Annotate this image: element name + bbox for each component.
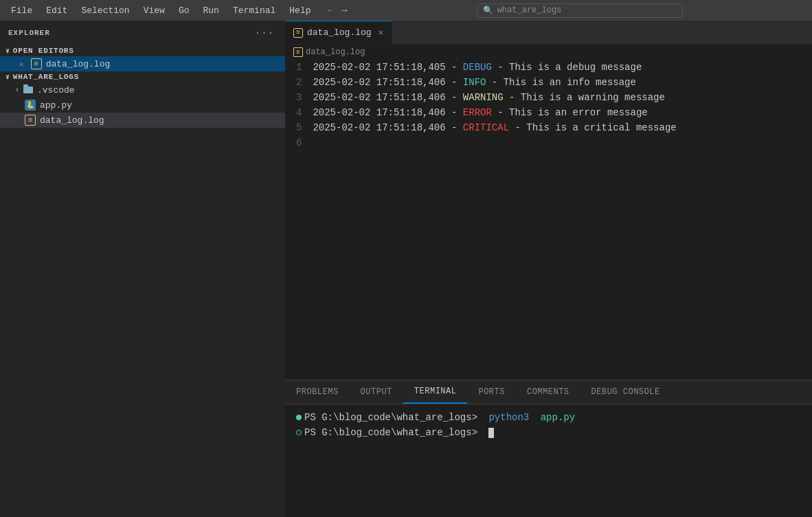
- breadcrumb: ≡ data_log.log: [285, 45, 812, 60]
- what-are-logs-chevron: ∨: [5, 73, 10, 81]
- log-file-icon-sidebar: ≡: [25, 115, 36, 126]
- sidebar-item-data-log[interactable]: ≡ data_log.log: [0, 113, 285, 128]
- tab-bar: ≡ data_log.log ✕: [285, 21, 812, 45]
- code-editor[interactable]: 1 2 3 4 5 6 2025-02-02 17:51:18,405 - DE…: [285, 60, 812, 380]
- menu-bar: File Edit Selection View Go Run Terminal…: [0, 0, 812, 21]
- line-num-2: 2: [296, 75, 302, 90]
- sidebar-title: EXPLORER: [8, 29, 50, 37]
- terminal-arg-1: app.py: [541, 410, 575, 425]
- sidebar-item-vscode-folder[interactable]: › .vscode: [0, 82, 285, 97]
- folder-icon: [23, 87, 33, 93]
- code-line-1: 2025-02-02 17:51:18,405 - DEBUG - This i…: [313, 60, 812, 75]
- terminal-line-2: PS G:\blog_code\what_are_logs>: [296, 425, 801, 440]
- terminal-cursor: [488, 428, 494, 438]
- line-num-1: 1: [296, 60, 302, 75]
- terminal-space-2: [532, 410, 537, 425]
- vscode-folder-name: .vscode: [37, 85, 75, 95]
- menu-edit[interactable]: Edit: [41, 4, 73, 17]
- search-placeholder: what_are_logs: [497, 5, 562, 15]
- menu-run[interactable]: Run: [197, 4, 224, 17]
- tab-file-icon: ≡: [293, 28, 303, 38]
- menu-view[interactable]: View: [138, 4, 170, 17]
- menu-help[interactable]: Help: [284, 4, 316, 17]
- menu-file[interactable]: File: [5, 4, 38, 17]
- sidebar: EXPLORER ··· ∨ OPEN EDITORS ✕ ≡ data_log…: [0, 21, 285, 517]
- menu-terminal[interactable]: Terminal: [227, 4, 281, 17]
- nav-forward-button[interactable]: →: [339, 3, 350, 17]
- editor-tab-data-log[interactable]: ≡ data_log.log ✕: [285, 21, 392, 44]
- tab-problems[interactable]: PROBLEMS: [285, 380, 350, 404]
- code-line-6: [313, 135, 812, 150]
- sidebar-item-app-py[interactable]: 🐍 app.py: [0, 97, 285, 113]
- data-log-filename: data_log.log: [40, 115, 104, 126]
- open-editor-filename: data_log.log: [46, 59, 111, 69]
- terminal-prompt-2: PS G:\blog_code\what_are_logs>: [304, 425, 477, 440]
- tab-terminal[interactable]: TERMINAL: [403, 380, 468, 404]
- code-content: 2025-02-02 17:51:18,405 - DEBUG - This i…: [310, 60, 812, 380]
- line-numbers: 1 2 3 4 5 6: [285, 60, 310, 380]
- terminal-cmd-1: python3: [488, 410, 529, 425]
- terminal-prompt-1: PS G:\blog_code\what_are_logs>: [304, 410, 477, 425]
- nav-arrows: ← →: [325, 3, 350, 17]
- line-num-3: 3: [296, 90, 302, 105]
- open-editors-chevron: ∨: [5, 47, 10, 55]
- code-line-5: 2025-02-02 17:51:18,406 - CRITICAL - Thi…: [313, 120, 812, 135]
- main-area: EXPLORER ··· ∨ OPEN EDITORS ✕ ≡ data_log…: [0, 21, 812, 517]
- sidebar-actions: ···: [252, 26, 277, 40]
- nav-back-button[interactable]: ←: [325, 3, 336, 17]
- menu-selection[interactable]: Selection: [76, 4, 135, 17]
- what-are-logs-label: WHAT_ARE_LOGS: [13, 73, 79, 81]
- search-bar: 🔍 what_are_logs: [352, 3, 807, 18]
- code-line-3: 2025-02-02 17:51:18,406 - WARNING - This…: [313, 90, 812, 105]
- editor-area: ≡ data_log.log ✕ ≡ data_log.log 1 2 3 4 …: [285, 21, 812, 517]
- menu-go[interactable]: Go: [173, 4, 195, 17]
- app-py-filename: app.py: [40, 100, 72, 111]
- terminal-space-3: [480, 425, 486, 440]
- code-line-2: 2025-02-02 17:51:18,406 - INFO - This is…: [313, 75, 812, 90]
- vscode-folder-chevron: ›: [15, 87, 19, 94]
- terminal-space-1: [480, 410, 486, 425]
- line-num-6: 6: [296, 135, 302, 150]
- line-num-4: 4: [296, 105, 302, 120]
- section-what-are-logs[interactable]: ∨ WHAT_ARE_LOGS: [0, 71, 285, 82]
- panel-area: PROBLEMS OUTPUT TERMINAL PORTS COMMENTS …: [285, 380, 812, 517]
- prompt-dot-filled: [296, 415, 302, 420]
- code-line-4: 2025-02-02 17:51:18,406 - ERROR - This i…: [313, 105, 812, 120]
- search-wrapper[interactable]: 🔍 what_are_logs: [477, 3, 683, 18]
- breadcrumb-file-icon: ≡: [293, 47, 303, 57]
- open-editor-item-data-log[interactable]: ✕ ≡ data_log.log: [0, 56, 285, 71]
- panel-tabs: PROBLEMS OUTPUT TERMINAL PORTS COMMENTS …: [285, 380, 812, 404]
- line-num-5: 5: [296, 120, 302, 135]
- terminal-content[interactable]: PS G:\blog_code\what_are_logs> python3 a…: [285, 404, 812, 517]
- section-open-editors[interactable]: ∨ OPEN EDITORS: [0, 45, 285, 56]
- python-file-icon: 🐍: [25, 100, 36, 111]
- tab-ports[interactable]: PORTS: [467, 380, 516, 404]
- close-icon[interactable]: ✕: [19, 60, 24, 69]
- terminal-line-1: PS G:\blog_code\what_are_logs> python3 a…: [296, 410, 801, 425]
- tab-debug-console[interactable]: DEBUG CONSOLE: [580, 380, 671, 404]
- sidebar-header: EXPLORER ···: [0, 21, 285, 45]
- tab-label: data_log.log: [307, 27, 372, 38]
- log-file-icon: ≡: [31, 58, 42, 69]
- breadcrumb-text: data_log.log: [306, 47, 365, 57]
- open-editors-label: OPEN EDITORS: [13, 47, 74, 55]
- sidebar-more-button[interactable]: ···: [252, 26, 277, 40]
- tab-close-button[interactable]: ✕: [379, 27, 383, 38]
- tab-comments[interactable]: COMMENTS: [516, 380, 580, 404]
- search-icon: 🔍: [483, 5, 493, 16]
- tab-output[interactable]: OUTPUT: [350, 380, 403, 404]
- prompt-dot-empty: [296, 430, 302, 435]
